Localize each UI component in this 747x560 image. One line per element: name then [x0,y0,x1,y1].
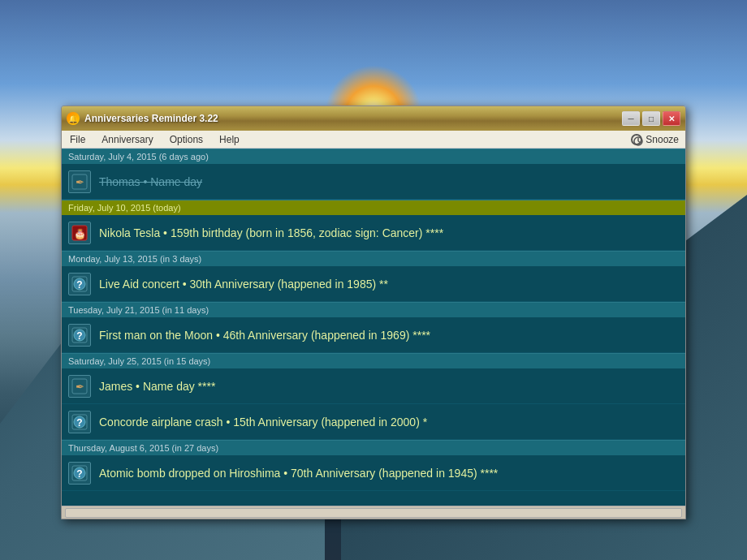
date-header-5: Thursday, August 6, 2015 (in 27 days) [62,440,685,455]
event-row-nikola-tesla[interactable]: 🎂 Nikola Tesla • 159th birthday (born in… [62,215,685,251]
event-icon-nikola-tesla: 🎂 [68,222,91,244]
svg-text:✒: ✒ [76,176,84,188]
title-bar: 🔔 Anniversaries Reminder 3.22 ─ □ ✕ [62,106,685,131]
event-text-thomas-nameday: Thomas • Name day [99,175,202,188]
minimize-button[interactable]: ─ [622,111,640,126]
event-text-live-aid: Live Aid concert • 30th Anniversary (hap… [99,278,388,291]
svg-text:?: ? [76,468,82,480]
date-header-0: Saturday, July 4, 2015 (6 days ago) [62,149,685,164]
event-icon-thomas-nameday: ✒ [68,170,91,193]
menu-file[interactable]: File [62,132,93,147]
app-window: 🔔 Anniversaries Reminder 3.22 ─ □ ✕ File… [61,106,686,519]
event-text-james-nameday: James • Name day **** [99,380,215,393]
menu-bar: File Anniversary Options Help Snooze [62,131,685,149]
snooze-icon [631,134,642,145]
title-controls: ─ □ ✕ [622,111,680,126]
event-row-hiroshima[interactable]: ? Atomic bomb dropped on Hiroshima • 70t… [62,455,685,491]
svg-line-2 [638,141,641,143]
event-text-concorde-crash: Concorde airplane crash • 15th Anniversa… [99,416,427,429]
date-header-2: Monday, July 13, 2015 (in 3 days) [62,251,685,266]
date-header-3: Tuesday, July 21, 2015 (in 11 days) [62,302,685,317]
svg-text:✒: ✒ [76,381,84,393]
event-icon-live-aid: ? [68,273,91,295]
snooze-button[interactable]: Snooze [646,134,679,145]
event-icon-hiroshima: ? [68,462,91,485]
snooze-area: Snooze [631,134,685,145]
event-text-nikola-tesla: Nikola Tesla • 159th birthday (born in 1… [99,226,443,239]
svg-text:?: ? [76,330,82,342]
h-scrollbar-track[interactable] [65,508,682,518]
menu-help[interactable]: Help [211,132,248,147]
svg-text:🎂: 🎂 [74,227,86,239]
maximize-button[interactable]: □ [642,111,660,126]
event-row-moon-landing[interactable]: ? First man on the Moon • 46th Anniversa… [62,317,685,353]
svg-text:?: ? [76,417,82,429]
content-area[interactable]: Saturday, July 4, 2015 (6 days ago) ✒ Th… [62,149,685,506]
event-icon-concorde-crash: ? [68,411,91,433]
event-icon-moon-landing: ? [68,324,91,347]
event-row-james-nameday[interactable]: ✒ James • Name day **** [62,368,685,404]
menu-anniversary[interactable]: Anniversary [93,132,161,147]
event-text-hiroshima: Atomic bomb dropped on Hiroshima • 70th … [99,467,498,480]
event-row-thomas-nameday[interactable]: ✒ Thomas • Name day [62,164,685,200]
window-title: Anniversaries Reminder 3.22 [84,113,218,124]
menu-options[interactable]: Options [162,132,211,147]
event-row-concorde-crash[interactable]: ? Concorde airplane crash • 15th Anniver… [62,404,685,440]
event-icon-james-nameday: ✒ [68,375,91,398]
horizontal-scrollbar[interactable] [62,506,685,519]
event-text-moon-landing: First man on the Moon • 46th Anniversary… [99,329,430,342]
date-header-4: Saturday, July 25, 2015 (in 15 days) [62,353,685,368]
close-button[interactable]: ✕ [663,111,680,126]
title-left: 🔔 Anniversaries Reminder 3.22 [67,112,218,125]
date-header-1: Friday, July 10, 2015 (today) [62,200,685,215]
event-row-live-aid[interactable]: ? Live Aid concert • 30th Anniversary (h… [62,266,685,302]
app-icon: 🔔 [67,112,80,125]
svg-text:?: ? [76,279,82,291]
